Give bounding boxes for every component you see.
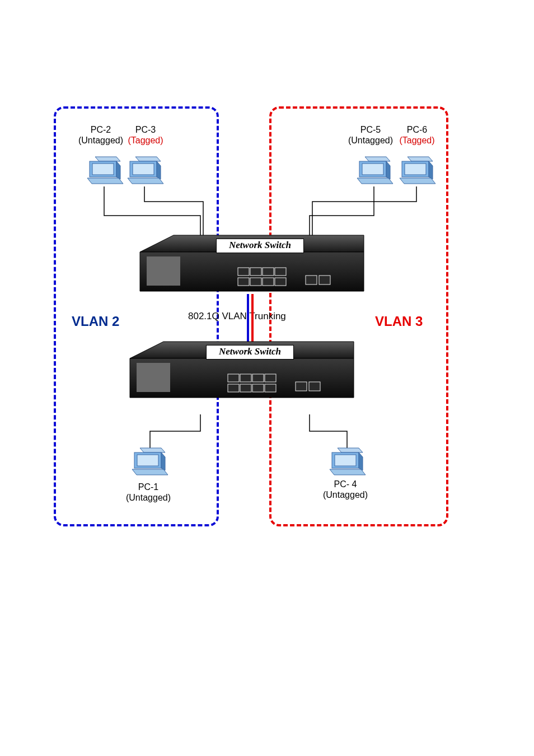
svg-marker-51 bbox=[132, 469, 168, 475]
svg-rect-55 bbox=[335, 455, 356, 466]
svg-marker-56 bbox=[330, 469, 366, 475]
svg-marker-52 bbox=[338, 448, 363, 452]
pc4-icon bbox=[330, 448, 366, 475]
pc1-icon bbox=[132, 448, 168, 475]
pc4-tag: (Untagged) bbox=[323, 490, 368, 500]
bottom-pcs bbox=[0, 0, 534, 756]
pc4-name: PC- 4 bbox=[334, 479, 357, 489]
svg-marker-49 bbox=[161, 452, 165, 470]
svg-rect-50 bbox=[137, 455, 158, 466]
pc1-label: PC-1 (Untagged) bbox=[118, 482, 179, 503]
vlan-diagram: VLAN 2 VLAN 3 802.1Q VLAN Trunking bbox=[0, 0, 534, 756]
pc4-label: PC- 4 (Untagged) bbox=[315, 479, 376, 500]
svg-marker-54 bbox=[359, 452, 363, 470]
svg-marker-47 bbox=[140, 448, 165, 452]
pc1-name: PC-1 bbox=[138, 482, 158, 492]
pc1-tag: (Untagged) bbox=[126, 493, 171, 502]
